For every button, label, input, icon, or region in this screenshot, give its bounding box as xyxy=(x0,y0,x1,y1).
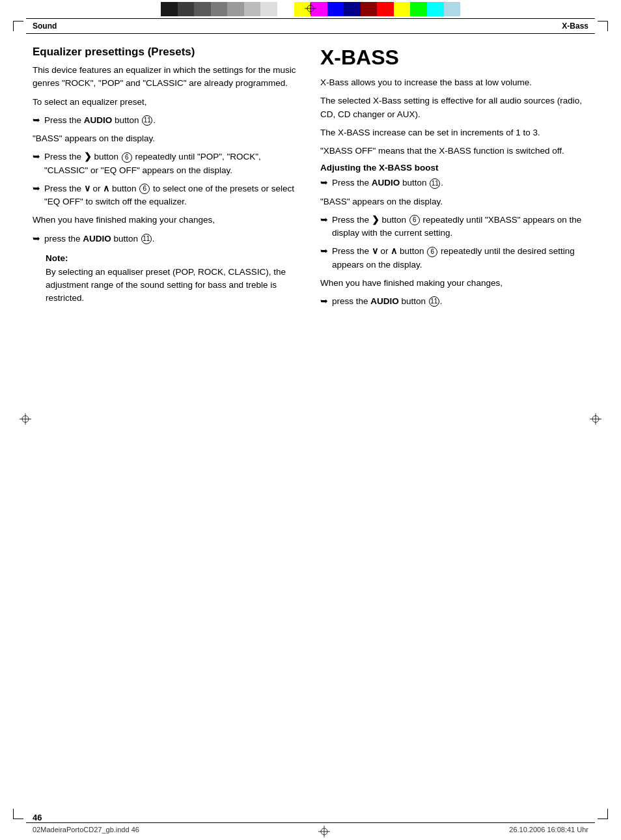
footer-right: 26.10.2006 16:08:41 Uhr xyxy=(509,826,588,837)
arrow-icon-1: ➥ xyxy=(33,115,40,125)
corner-mark-tr xyxy=(598,21,608,31)
left-section-title: Equalizer presettings (Presets) xyxy=(33,46,301,59)
btn-greater-1: ❯ xyxy=(84,152,92,161)
left-to-select: To select an equalizer preset, xyxy=(33,96,301,109)
corner-mark-br xyxy=(598,809,608,819)
right-step1-text: Press the AUDIO button 11. xyxy=(332,176,443,189)
main-content: Equalizer presettings (Presets) This dev… xyxy=(0,34,621,806)
btn-down-1: ∨ xyxy=(84,184,90,193)
right-bass-appears: "BASS" appears on the display. xyxy=(320,195,588,208)
audio-bold-1: AUDIO xyxy=(84,115,113,125)
arrow-icon-r2: ➥ xyxy=(320,214,328,225)
arrow-icon-2: ➥ xyxy=(33,151,40,161)
audio-bold-2: AUDIO xyxy=(83,234,111,244)
arrow-icon-r3: ➥ xyxy=(320,245,328,256)
left-step2: ➥ Press the ❯ button 6 repeatedly until … xyxy=(33,150,301,177)
circle-6-1: 6 xyxy=(122,152,132,163)
crosshair-top xyxy=(304,2,317,15)
circle-6-2: 6 xyxy=(139,184,150,194)
header-right: X-Bass xyxy=(562,21,588,31)
right-step1: ➥ Press the AUDIO button 11. xyxy=(320,176,588,189)
note-label: Note: xyxy=(46,253,301,263)
right-step4-text: press the AUDIO button 11. xyxy=(332,295,443,308)
side-crosshair-left xyxy=(20,413,31,427)
left-step3: ➥ Press the ∨ or ∧ button 6 to select on… xyxy=(33,182,301,209)
left-step3-text: Press the ∨ or ∧ button 6 to select one … xyxy=(44,182,301,209)
header-left: Sound xyxy=(33,21,57,31)
page-number: 46 xyxy=(0,806,621,822)
right-step2: ➥ Press the ❯ button 6 repeatedly until … xyxy=(320,214,588,240)
corner-mark-bl xyxy=(13,809,23,819)
circle-11-r2: 11 xyxy=(429,296,439,307)
page-header: Sound X-Bass xyxy=(0,19,621,33)
btn-greater-r1: ❯ xyxy=(372,215,380,225)
side-crosshair-right xyxy=(590,413,601,427)
circle-11-1: 11 xyxy=(142,115,152,126)
left-when-finished: When you have finished making your chang… xyxy=(33,214,301,227)
right-column: X-BASS X-Bass allows you to increase the… xyxy=(320,46,588,806)
right-para4: "XBASS OFF" means that the X-BASS functi… xyxy=(320,145,588,158)
footer-left: 02MadeiraPortoCD27_gb.indd 46 xyxy=(33,826,139,837)
right-step4: ➥ press the AUDIO button 11. xyxy=(320,295,588,308)
circle-6-r2: 6 xyxy=(427,247,437,257)
circle-11-2: 11 xyxy=(141,234,152,244)
right-subsection-title: Adjusting the X-BASS boost xyxy=(320,163,588,173)
footer-crosshair xyxy=(318,826,330,837)
right-step3: ➥ Press the ∨ or ∧ button 6 repeatedly u… xyxy=(320,245,588,272)
left-step2-text: Press the ❯ button 6 repeatedly until "P… xyxy=(44,150,301,177)
left-step4-text: press the AUDIO button 11. xyxy=(44,232,155,245)
audio-bold-r1: AUDIO xyxy=(372,178,400,188)
btn-up-1: ∧ xyxy=(103,184,109,193)
circle-6-r1: 6 xyxy=(409,215,420,225)
left-column: Equalizer presettings (Presets) This dev… xyxy=(33,46,301,806)
page-footer: 02MadeiraPortoCD27_gb.indd 46 26.10.2006… xyxy=(0,823,621,840)
left-step1-text: Press the AUDIO button 11. xyxy=(44,114,156,127)
corner-mark-tl xyxy=(13,21,23,31)
arrow-icon-r1: ➥ xyxy=(320,177,328,188)
left-step4: ➥ press the AUDIO button 11. xyxy=(33,232,301,245)
right-para2: The selected X-Bass setting is effective… xyxy=(320,94,588,121)
left-intro: This device features an equalizer in whi… xyxy=(33,64,301,91)
arrow-icon-r4: ➥ xyxy=(320,296,328,306)
note-box: Note: By selecting an equaliser preset (… xyxy=(46,253,301,305)
right-para3: The X-BASS increase can be set in increm… xyxy=(320,126,588,139)
arrow-icon-3: ➥ xyxy=(33,183,40,193)
bottom-section: 46 02MadeiraPortoCD27_gb.indd 46 26.10.2… xyxy=(0,806,621,840)
right-section-title: X-BASS xyxy=(320,46,588,70)
right-when-finished: When you have finished making your chang… xyxy=(320,277,588,290)
arrow-icon-4: ➥ xyxy=(33,233,40,244)
note-text: By selecting an equaliser preset (POP, R… xyxy=(46,266,301,305)
right-step3-text: Press the ∨ or ∧ button 6 repeatedly unt… xyxy=(332,245,588,272)
right-para1: X-Bass allows you to increase the bass a… xyxy=(320,76,588,89)
audio-bold-r2: AUDIO xyxy=(370,296,399,306)
right-step2-text: Press the ❯ button 6 repeatedly until "X… xyxy=(332,214,588,240)
color-bar-wrapper xyxy=(0,0,621,18)
btn-down-r1: ∨ xyxy=(372,246,378,256)
btn-up-r1: ∧ xyxy=(391,246,397,256)
left-bass-appears: "BASS" appears on the display. xyxy=(33,132,301,145)
left-step1: ➥ Press the AUDIO button 11. xyxy=(33,114,301,127)
circle-11-r1: 11 xyxy=(430,178,440,189)
